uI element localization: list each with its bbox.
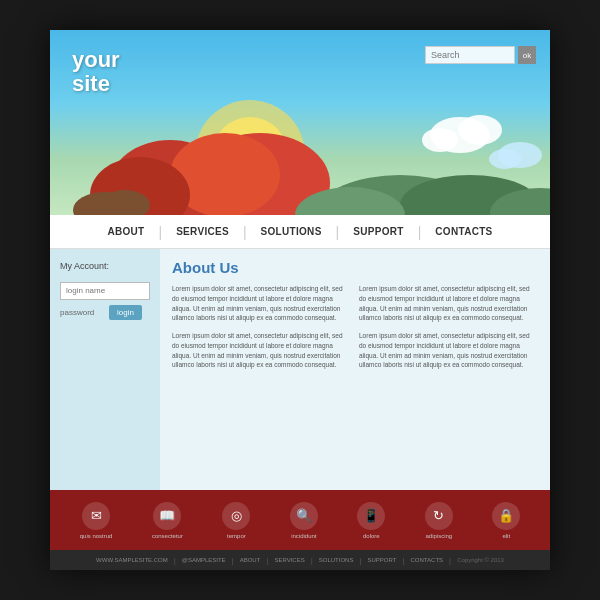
footer-icon-0[interactable]: ✉ quis nostrud [80, 502, 113, 539]
footer-label-0: quis nostrud [80, 533, 113, 539]
svg-point-11 [422, 128, 458, 152]
nav-item-solutions[interactable]: SOLUTIONS [247, 226, 336, 237]
password-row: password login [60, 305, 150, 320]
paragraph-1: Lorem ipsum dolor sit amet, consectetur … [172, 284, 351, 323]
footer-icons-bar: ✉ quis nostrud 📖 consectetur ◎ tempor 🔍 … [50, 490, 550, 550]
paragraph-3: Lorem ipsum dolor sit amet, consectetur … [172, 331, 351, 370]
svg-point-10 [458, 115, 502, 145]
footer-link-2[interactable]: ABOUT [240, 557, 261, 563]
nav-items: ABOUT | SERVICES | SOLUTIONS | SUPPORT |… [93, 225, 506, 239]
website-mockup: your site ok [50, 30, 550, 570]
search-bar: ok [425, 46, 536, 64]
footer-link-3[interactable]: SERVICES [274, 557, 304, 563]
copyright: Copyright © 2013 [457, 557, 504, 563]
login-button[interactable]: login [109, 305, 142, 320]
page-title: About Us [172, 259, 538, 276]
footer-link-4[interactable]: SOLUTIONS [319, 557, 354, 563]
search-input[interactable] [425, 46, 515, 64]
target-icon: ◎ [222, 502, 250, 530]
footer-label-5: adipiscing [425, 533, 452, 539]
footer-link-1[interactable]: @SAMPLESITE [182, 557, 226, 563]
footer-label-4: dolore [363, 533, 380, 539]
footer-link-0[interactable]: WWW.SAMPLESITE.COM [96, 557, 168, 563]
password-label: password [60, 308, 105, 317]
main-content: About Us Lorem ipsum dolor sit amet, con… [160, 249, 550, 490]
footer-label-2: tempor [227, 533, 246, 539]
login-name-input[interactable] [60, 282, 150, 300]
nav-item-support[interactable]: SUPPORT [339, 226, 417, 237]
footer-icon-6[interactable]: 🔒 elit [492, 502, 520, 539]
footer-label-3: incididunt [291, 533, 316, 539]
email-icon: ✉ [82, 502, 110, 530]
lock-icon: 🔒 [492, 502, 520, 530]
search-button[interactable]: ok [518, 46, 536, 64]
paragraph-4: Lorem ipsum dolor sit amet, consectetur … [359, 331, 538, 370]
nav-item-services[interactable]: SERVICES [162, 226, 243, 237]
footer-label-6: elit [502, 533, 510, 539]
footer-icon-4[interactable]: 📱 dolore [357, 502, 385, 539]
mobile-icon: 📱 [357, 502, 385, 530]
bottom-bar: WWW.SAMPLESITE.COM | @SAMPLESITE | ABOUT… [50, 550, 550, 570]
refresh-icon: ↻ [425, 502, 453, 530]
footer-link-5[interactable]: SUPPORT [368, 557, 397, 563]
paragraph-2: Lorem ipsum dolor sit amet, consectetur … [359, 284, 538, 323]
footer-label-1: consectetur [152, 533, 183, 539]
content-grid: Lorem ipsum dolor sit amet, consectetur … [172, 284, 538, 370]
navigation: ABOUT | SERVICES | SOLUTIONS | SUPPORT |… [50, 215, 550, 249]
book-icon: 📖 [153, 502, 181, 530]
nav-item-about[interactable]: ABOUT [93, 226, 158, 237]
hero-clouds [50, 75, 550, 215]
footer-icon-2[interactable]: ◎ tempor [222, 502, 250, 539]
sidebar: My Account: password login [50, 249, 160, 490]
svg-point-13 [489, 149, 521, 169]
footer-icon-5[interactable]: ↻ adipiscing [425, 502, 453, 539]
nav-item-contacts[interactable]: CONTACTS [421, 226, 506, 237]
sidebar-title: My Account: [60, 261, 150, 271]
footer-icon-3[interactable]: 🔍 incididunt [290, 502, 318, 539]
search-icon: 🔍 [290, 502, 318, 530]
footer-link-6[interactable]: CONTACTS [411, 557, 444, 563]
footer-icon-1[interactable]: 📖 consectetur [152, 502, 183, 539]
hero-section: your site ok [50, 30, 550, 215]
content-area: My Account: password login About Us Lore… [50, 249, 550, 490]
